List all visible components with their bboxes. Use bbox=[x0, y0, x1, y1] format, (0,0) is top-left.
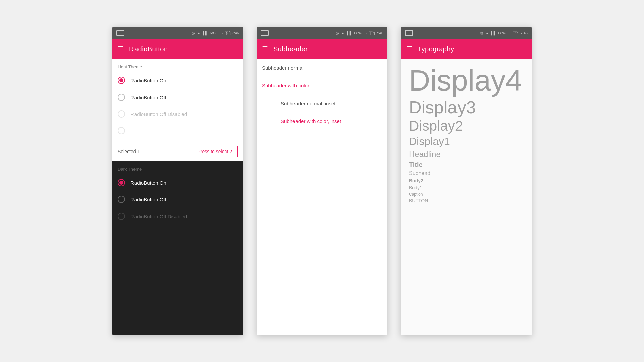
dark-radio-label-off: RadioButton Off bbox=[130, 197, 166, 202]
status-bar-icon-2 bbox=[261, 30, 269, 36]
typo-body1: Body1 bbox=[409, 184, 524, 191]
battery-icon: ▭ bbox=[219, 31, 223, 35]
radiobutton-content: Light Theme RadioButton On RadioButton O… bbox=[112, 59, 243, 335]
signal-icon: ▌▌ bbox=[203, 31, 208, 35]
wifi-icon-2: ▲ bbox=[341, 31, 345, 35]
app-bar-1: ☰ RadioButton bbox=[112, 39, 243, 59]
dark-radio-item-disabled: RadioButton Off Disabled bbox=[112, 208, 243, 225]
typo-body2: Body2 bbox=[409, 177, 524, 184]
radio-label-disabled: RadioButton Off Disabled bbox=[130, 111, 187, 117]
subheader-item-3: Subheader normal, inset bbox=[257, 95, 387, 112]
subheader-item-2: Subheader with color bbox=[257, 77, 387, 95]
status-bar-2: ◷ ▲ ▌▌ 68% ▭ 下午7:46 bbox=[257, 27, 387, 39]
typo-display3: Display3 bbox=[409, 97, 524, 118]
wifi-icon-3: ▲ bbox=[485, 31, 489, 35]
radio-item-4[interactable] bbox=[112, 122, 243, 139]
status-bar-3: ◷ ▲ ▌▌ 68% ▭ 下午7:46 bbox=[401, 27, 532, 39]
dark-radio-item-off[interactable]: RadioButton Off bbox=[112, 191, 243, 208]
status-bar-icon bbox=[116, 30, 124, 36]
menu-icon-2[interactable]: ☰ bbox=[262, 45, 268, 53]
status-time-2: 下午7:46 bbox=[369, 31, 383, 36]
battery-icon-3: ▭ bbox=[508, 31, 511, 35]
app-title-2: Subheader bbox=[273, 45, 308, 53]
radio-circle-4 bbox=[118, 127, 125, 134]
status-bar-1: ◷ ▲ ▌▌ 68% ▭ 下午7:46 bbox=[112, 27, 243, 39]
subheader-item-1: Subheader normal bbox=[257, 59, 387, 77]
battery-text-2: 68% bbox=[354, 31, 362, 35]
signal-icon-3: ▌▌ bbox=[491, 31, 496, 35]
app-title-1: RadioButton bbox=[129, 45, 168, 53]
radio-item-off[interactable]: RadioButton Off bbox=[112, 89, 243, 106]
selected-text: Selected 1 bbox=[118, 149, 140, 154]
status-time-1: 下午7:46 bbox=[225, 31, 239, 36]
press-select-button[interactable]: Press to select 2 bbox=[192, 146, 238, 157]
app-bar-3: ☰ Typography bbox=[401, 39, 532, 59]
selection-row: Selected 1 Press to select 2 bbox=[112, 142, 243, 161]
battery-text-3: 68% bbox=[498, 31, 506, 35]
phone-subheader: ◷ ▲ ▌▌ 68% ▭ 下午7:46 ☰ Subheader Subheade… bbox=[257, 27, 387, 335]
signal-icon-2: ▌▌ bbox=[347, 31, 352, 35]
phone-typography: ◷ ▲ ▌▌ 68% ▭ 下午7:46 ☰ Typography Display… bbox=[401, 27, 532, 335]
radio-item-disabled: RadioButton Off Disabled bbox=[112, 106, 243, 122]
wifi-icon: ▲ bbox=[197, 31, 201, 35]
typo-display4: Display4 bbox=[409, 64, 524, 97]
menu-icon-3[interactable]: ☰ bbox=[406, 45, 412, 53]
dark-radio-circle-disabled bbox=[118, 213, 125, 220]
dark-theme-section: Dark Theme RadioButton On RadioButton Of… bbox=[112, 161, 243, 335]
app-bar-2: ☰ Subheader bbox=[257, 39, 387, 59]
radio-item-on[interactable]: RadioButton On bbox=[112, 72, 243, 89]
radio-circle-disabled bbox=[118, 110, 125, 118]
typo-caption: Caption bbox=[409, 191, 524, 197]
battery-icon-2: ▭ bbox=[364, 31, 367, 35]
typo-headline: Headline bbox=[409, 148, 524, 160]
clock-icon: ◷ bbox=[192, 31, 195, 35]
radio-label-off: RadioButton Off bbox=[130, 95, 166, 100]
app-title-3: Typography bbox=[418, 45, 454, 53]
dark-theme-label: Dark Theme bbox=[112, 161, 243, 174]
clock-icon-2: ◷ bbox=[336, 31, 339, 35]
radio-circle-off[interactable] bbox=[118, 94, 125, 101]
dark-radio-label-on: RadioButton On bbox=[130, 180, 166, 186]
typo-title: Title bbox=[409, 160, 524, 169]
radio-label-on: RadioButton On bbox=[130, 78, 166, 83]
typo-button: Button bbox=[409, 197, 524, 204]
typo-subhead: Subhead bbox=[409, 169, 524, 177]
status-time-3: 下午7:46 bbox=[513, 31, 528, 36]
dark-radio-circle-on[interactable] bbox=[118, 179, 125, 186]
phone-radiobutton: ◷ ▲ ▌▌ 68% ▭ 下午7:46 ☰ RadioButton Light … bbox=[112, 27, 243, 335]
subheader-item-4: Subheader with color, inset bbox=[257, 112, 387, 130]
dark-radio-item-on[interactable]: RadioButton On bbox=[112, 174, 243, 191]
typography-content: Display4 Display3 Display2 Display1 Head… bbox=[401, 59, 532, 335]
status-bar-icon-3 bbox=[405, 30, 413, 36]
clock-icon-3: ◷ bbox=[480, 31, 483, 35]
dark-radio-circle-off[interactable] bbox=[118, 196, 125, 203]
dark-radio-label-disabled: RadioButton Off Disabled bbox=[130, 214, 187, 219]
radio-circle-on[interactable] bbox=[118, 77, 125, 84]
typo-display2: Display2 bbox=[409, 118, 524, 134]
battery-text: 68% bbox=[210, 31, 217, 35]
subheader-content: Subheader normal Subheader with color Su… bbox=[257, 59, 387, 335]
light-theme-label: Light Theme bbox=[112, 59, 243, 72]
menu-icon-1[interactable]: ☰ bbox=[118, 45, 124, 53]
typo-display1: Display1 bbox=[409, 135, 524, 149]
